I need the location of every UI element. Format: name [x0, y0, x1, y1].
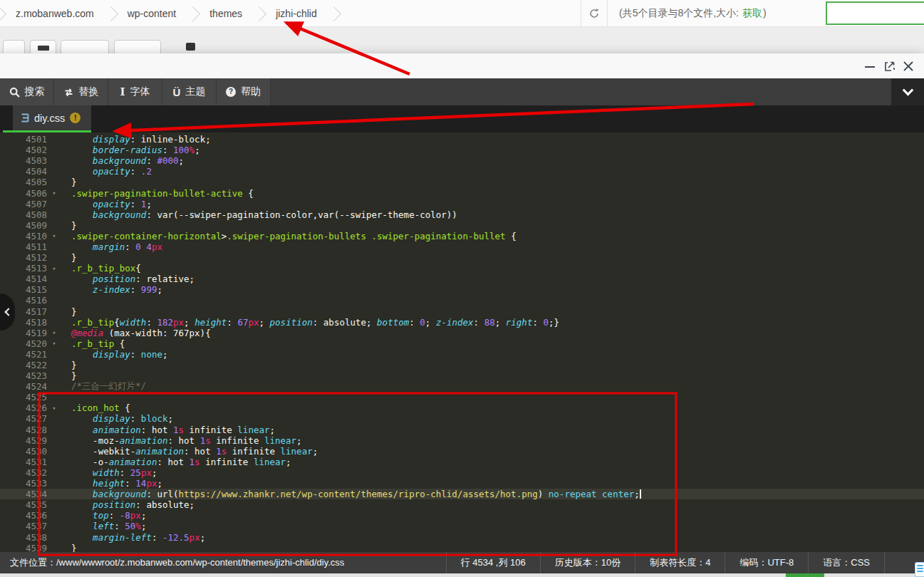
status-tab-size[interactable]: 制表符长度：4: [635, 552, 725, 573]
code-line[interactable]: 4531 -o-animation: hot 1s infinite linea…: [0, 457, 924, 467]
code-line[interactable]: 4515 z-index: 999;: [0, 284, 924, 295]
code-line[interactable]: 4521 display: none;: [0, 349, 924, 360]
tab-diy-css[interactable]: diy.css !: [13, 105, 91, 130]
fetch-size-link[interactable]: 获取: [742, 7, 762, 19]
code-line[interactable]: 4509}: [0, 220, 924, 231]
menu-help[interactable]: ? 帮助: [217, 78, 271, 105]
code-line[interactable]: 4522}: [0, 360, 924, 370]
floating-widget-icon[interactable]: [915, 562, 924, 577]
menu-replace[interactable]: 替换: [54, 78, 108, 105]
code-line[interactable]: 4505}: [0, 177, 924, 187]
tab-label: diy.css: [34, 113, 65, 124]
code-line[interactable]: 4511 margin: 0 4px: [0, 241, 924, 252]
summary-text: ): [763, 7, 767, 19]
status-history-versions[interactable]: 历史版本：10份: [540, 552, 635, 573]
code-line[interactable]: 4519▾@media (max-width: 767px){: [0, 328, 924, 338]
code-editor[interactable]: 4501 display: inline-block;4502 border-r…: [0, 132, 924, 552]
fold-arrow-icon[interactable]: ▾: [47, 329, 61, 336]
replace-icon: [63, 87, 74, 98]
editor-toolbar: 搜索 替换 I 字体 Ü 主题 ? 帮助: [0, 78, 924, 105]
code-line[interactable]: 4535 position: absolute;: [0, 499, 924, 510]
code-line[interactable]: 4529 -moz-animation: hot 1s infinite lin…: [0, 435, 924, 446]
tab-bar: diy.css !: [0, 105, 924, 132]
code-line[interactable]: 4533 height: 14px;: [0, 478, 924, 489]
fold-arrow-icon[interactable]: ▾: [47, 232, 61, 239]
summary-text: (共5个目录与8个文件,大小:: [619, 7, 742, 19]
fold-arrow-icon[interactable]: ▾: [47, 405, 61, 412]
breadcrumb-bar: z.mobanweb.com wp-content themes jizhi-c…: [0, 0, 924, 27]
theme-icon: Ü: [173, 87, 181, 98]
code-line[interactable]: 4503 background: #000;: [0, 155, 924, 166]
minimize-icon: [863, 60, 876, 73]
code-line[interactable]: 4537 left: 50%;: [0, 521, 924, 531]
code-line[interactable]: 4507 opacity: 1;: [0, 199, 924, 209]
breadcrumb-item-jizhi-chlid[interactable]: jizhi-chlid: [264, 8, 328, 19]
menu-label: 帮助: [241, 85, 261, 98]
breadcrumb-item-root[interactable]: z.mobanweb.com: [4, 8, 105, 19]
code-line[interactable]: 4501 display: inline-block;: [0, 134, 924, 145]
status-language[interactable]: 语言：CSS: [808, 552, 884, 573]
code-line[interactable]: 4527 display: block;: [0, 413, 924, 424]
menu-label: 主题: [185, 85, 205, 98]
code-line[interactable]: 4532 width: 25px;: [0, 467, 924, 478]
css-file-icon: [20, 113, 29, 123]
menu-label: 字体: [130, 85, 150, 98]
code-line[interactable]: 4525: [0, 392, 924, 402]
directory-summary: (共5个目录与8个文件,大小: 获取): [619, 7, 767, 20]
fold-arrow-icon[interactable]: ▾: [47, 189, 61, 197]
code-line[interactable]: 4520▾.r_b_tip {: [0, 338, 924, 349]
screen: z.mobanweb.com wp-content themes jizhi-c…: [0, 0, 924, 577]
menu-label: 替换: [79, 85, 99, 98]
refresh-icon: [588, 8, 600, 19]
code-line[interactable]: 4502 border-radius: 100%;: [0, 145, 924, 155]
code-line[interactable]: 4536 top: -8px;: [0, 510, 924, 521]
green-button-edge: [786, 573, 824, 577]
font-icon: I: [120, 87, 125, 98]
chevron-left-icon: [4, 308, 12, 316]
code-line[interactable]: 4517}: [0, 306, 924, 317]
menu-font[interactable]: I 字体: [108, 78, 162, 105]
status-cells: 行 4534 ,列 106 历史版本：10份 制表符长度：4 编码：UTF-8 …: [446, 552, 924, 573]
inline-edit-input[interactable]: [826, 1, 924, 25]
warning-badge-icon: !: [70, 113, 81, 123]
code-line[interactable]: 4513▾.r_b_tip_box{: [0, 263, 924, 274]
code-line[interactable]: 4512}: [0, 252, 924, 263]
code-line[interactable]: 4514 position: relative;: [0, 274, 924, 284]
code-line[interactable]: 4538 margin-left: -12.5px;: [0, 531, 924, 542]
chevron-down-icon: [902, 84, 913, 95]
status-encoding[interactable]: 编码：UTF-8: [725, 552, 808, 573]
close-icon: [902, 60, 915, 73]
menu-label: 搜索: [25, 85, 45, 98]
fold-arrow-icon[interactable]: ▾: [47, 265, 61, 272]
breadcrumb: z.mobanweb.com wp-content themes jizhi-c…: [0, 0, 339, 27]
refresh-button[interactable]: [581, 0, 608, 26]
help-icon: ?: [226, 87, 236, 97]
code-line[interactable]: 4530 -webkit-animation: hot 1s infinite …: [0, 446, 924, 457]
code-line[interactable]: 4510▾.swiper-container-horizontal>.swipe…: [0, 231, 924, 241]
maximize-button[interactable]: [883, 59, 897, 73]
code-line[interactable]: 4506▾.swiper-pagination-bullet-active {: [0, 187, 924, 198]
code-line[interactable]: 4524/*三合一幻灯片*/: [0, 381, 924, 392]
search-icon: [9, 87, 20, 98]
code-line[interactable]: 4528 animation: hot 1s infinite linear;: [0, 425, 924, 435]
code-line[interactable]: 4518.r_b_tip{width: 182px; height: 67px;…: [0, 317, 924, 328]
code-line[interactable]: 4508 background: var(--swiper-pagination…: [0, 209, 924, 220]
close-button[interactable]: [901, 59, 915, 73]
code-line[interactable]: 4526▾.icon_hot {: [0, 402, 924, 413]
file-location: 文件位置：/www/wwwroot/z.mobanweb.com/wp-cont…: [10, 556, 344, 569]
code-line[interactable]: 4539}: [0, 543, 924, 552]
menu-theme[interactable]: Ü 主题: [162, 78, 217, 105]
code-line[interactable]: 4504 opacity: .2: [0, 166, 924, 177]
toolbar-collapse-button[interactable]: [891, 78, 924, 105]
fold-arrow-icon[interactable]: ▾: [47, 340, 61, 347]
window-titlebar: [0, 53, 924, 78]
code-line[interactable]: 4523}: [0, 370, 924, 381]
maximize-icon: [883, 60, 896, 73]
minimize-button[interactable]: [863, 59, 877, 73]
code-line[interactable]: 4534 background: url(https://www.zhankr.…: [0, 489, 924, 499]
breadcrumb-item-wp-content[interactable]: wp-content: [116, 8, 187, 19]
menu-search[interactable]: 搜索: [0, 78, 54, 105]
code-line[interactable]: 4516: [0, 295, 924, 306]
editor-window: 搜索 替换 I 字体 Ü 主题 ? 帮助: [0, 53, 924, 573]
breadcrumb-item-themes[interactable]: themes: [198, 8, 254, 19]
